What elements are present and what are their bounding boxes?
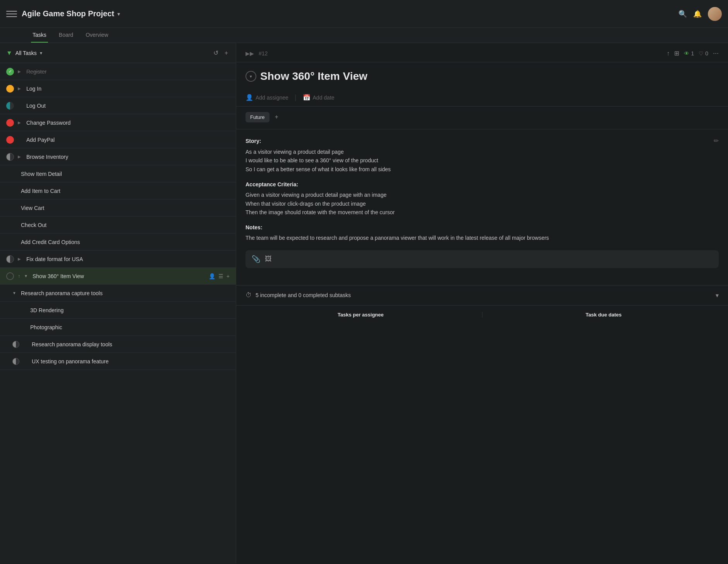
stat-divider <box>482 312 482 318</box>
status-change-password <box>6 119 14 127</box>
project-title: Agile Game Shop Project <box>22 9 114 18</box>
story-section-header: Story: ✏ <box>246 137 719 144</box>
task-item-logout[interactable]: ▶ Log Out <box>0 97 236 114</box>
task-360-actions: 👤 ☰ + <box>209 273 230 279</box>
task-item-credit-card[interactable]: ▶ Add Credit Card Options <box>0 234 236 251</box>
subtasks-chevron[interactable]: ▾ <box>716 292 719 299</box>
notes-text: The team will be expected to research an… <box>246 234 719 242</box>
task-item-register[interactable]: ▶ Register <box>0 63 236 80</box>
task-item-panorama-capture[interactable]: ▼ Research panorama capture tools <box>0 285 236 302</box>
notes-label: Notes: <box>246 224 719 230</box>
task-item-change-password[interactable]: ▶ Change Password <box>0 114 236 131</box>
watcher-count: 1 <box>691 50 694 57</box>
filter-dropdown-arrow[interactable]: ▾ <box>40 50 42 56</box>
subtasks-label: 5 incomplete and 0 completed subtasks <box>256 292 712 298</box>
detail-expand-icon[interactable]: ▶▶ <box>246 50 254 57</box>
up-arrow-360: ↑ <box>18 273 20 279</box>
stat-assignee[interactable]: Tasks per assignee <box>246 312 476 318</box>
status-register <box>6 68 14 76</box>
detail-likes: ♡ 0 <box>699 50 708 57</box>
task-item-show-item-detail[interactable]: ▶ Show Item Detail <box>0 165 236 182</box>
task-item-view-cart[interactable]: ▶ View Cart <box>0 199 236 217</box>
all-tasks-label: All Tasks <box>15 50 37 56</box>
task-name-logout: Log Out <box>26 103 230 109</box>
main-content: ▼ All Tasks ▾ ↺ + ▶ Register ▶ Log In <box>0 43 728 564</box>
nav-tabs: Tasks Board Overview <box>0 28 728 43</box>
story-text: As a visitor viewing a product detail pa… <box>246 148 719 174</box>
detail-columns-icon[interactable]: ⊞ <box>674 50 679 57</box>
expand-login[interactable]: ▶ <box>18 86 22 91</box>
detail-watchers: 👁 1 <box>684 50 694 57</box>
expand-360-view[interactable]: ▼ <box>24 274 29 278</box>
status-login <box>6 85 14 93</box>
expand-register[interactable]: ▶ <box>18 69 22 74</box>
story-edit-icon[interactable]: ✏ <box>714 137 719 144</box>
details-icon[interactable]: ☰ <box>218 273 223 279</box>
assignee-label: Add assignee <box>256 95 288 101</box>
task-name-photographic: Photographic <box>30 324 230 330</box>
filter-icon: ▼ <box>6 50 12 57</box>
status-add-paypal <box>6 136 14 144</box>
paperclip-icon[interactable]: 📎 <box>252 255 260 263</box>
search-icon[interactable]: 🔍 <box>678 10 687 18</box>
task-item-browse-inventory[interactable]: ▶ Browse Inventory <box>0 148 236 165</box>
detail-tags-row: Future + <box>236 107 728 129</box>
detail-up-arrow-icon[interactable]: ↑ <box>666 50 670 57</box>
task-list: ▶ Register ▶ Log In ▶ Log Out ▶ Change P… <box>0 63 236 564</box>
status-panorama-display <box>12 341 19 348</box>
add-tag-button[interactable]: + <box>271 111 282 123</box>
task-name-checkout: Check Out <box>21 222 230 228</box>
task-name-panorama-capture: Research panorama capture tools <box>21 290 230 296</box>
status-logout <box>6 102 14 110</box>
task-item-3d-rendering[interactable]: ▶ 3D Rendering <box>0 302 236 319</box>
expand-fix-date[interactable]: ▶ <box>18 257 22 261</box>
left-panel: ▼ All Tasks ▾ ↺ + ▶ Register ▶ Log In <box>0 43 236 564</box>
task-name-fix-date: Fix date format for USA <box>26 256 230 262</box>
avatar[interactable] <box>708 7 722 21</box>
attachments-bar: 📎 🖼 <box>246 250 719 268</box>
task-item-panorama-display[interactable]: ▶ Research panorama display tools <box>0 336 236 353</box>
detail-meta-row: 👤 Add assignee | 📅 Add date <box>236 89 728 107</box>
photo-icon[interactable]: 🖼 <box>265 255 272 263</box>
detail-status-circle[interactable]: ▾ <box>246 71 256 82</box>
tab-tasks[interactable]: Tasks <box>31 28 48 43</box>
task-item-fix-date[interactable]: ▶ Fix date format for USA <box>0 251 236 268</box>
topbar-right: 🔍 🔔 <box>678 7 722 21</box>
date-field[interactable]: 📅 Add date <box>303 94 335 101</box>
project-dropdown-chevron[interactable]: ▾ <box>117 11 120 17</box>
add-task-button[interactable]: + <box>223 48 230 58</box>
tab-board[interactable]: Board <box>57 28 75 43</box>
tab-overview[interactable]: Overview <box>84 28 110 43</box>
add-subtask-icon[interactable]: + <box>227 273 230 279</box>
detail-body: Story: ✏ As a visitor viewing a product … <box>236 129 728 285</box>
detail-more-icon[interactable]: ··· <box>713 49 719 57</box>
assignee-field[interactable]: 👤 Add assignee <box>246 94 288 101</box>
bottom-stats: Tasks per assignee Task due dates <box>236 305 728 324</box>
expand-panorama-capture[interactable]: ▼ <box>12 291 17 295</box>
task-name-add-to-cart: Add Item to Cart <box>21 188 230 194</box>
acceptance-text: Given a visitor viewing a product detail… <box>246 191 719 217</box>
task-item-ux-testing[interactable]: ▶ UX testing on panorama feature <box>0 353 236 370</box>
project-title-area: Agile Game Shop Project ▾ <box>22 9 674 18</box>
task-item-login[interactable]: ▶ Log In <box>0 80 236 97</box>
task-item-add-to-cart[interactable]: ▶ Add Item to Cart <box>0 182 236 199</box>
expand-browse-inventory[interactable]: ▶ <box>18 155 22 159</box>
expand-change-password[interactable]: ▶ <box>18 120 22 125</box>
assign-icon[interactable]: 👤 <box>209 273 215 279</box>
menu-icon[interactable] <box>6 9 17 19</box>
stat-due[interactable]: Task due dates <box>489 312 719 318</box>
task-item-360-view[interactable]: ↑ ▼ Show 360° Item View 👤 ☰ + <box>0 268 236 285</box>
task-name-login: Log In <box>26 86 230 92</box>
date-label: Add date <box>313 95 335 101</box>
right-panel: ▶▶ #12 ↑ ⊞ 👁 1 ♡ 0 ··· ▾ Show 360° Item … <box>236 43 728 564</box>
task-item-checkout[interactable]: ▶ Check Out <box>0 217 236 234</box>
status-ux-testing <box>12 358 19 365</box>
task-item-photographic[interactable]: ▶ Photographic <box>0 319 236 336</box>
story-label: Story: <box>246 138 261 144</box>
reset-button[interactable]: ↺ <box>212 48 220 58</box>
task-name-register: Register <box>26 69 230 75</box>
task-item-add-paypal[interactable]: ▶ Add PayPal <box>0 131 236 148</box>
meta-divider: | <box>295 93 297 101</box>
notification-icon[interactable]: 🔔 <box>693 10 702 18</box>
future-tag[interactable]: Future <box>246 112 270 122</box>
